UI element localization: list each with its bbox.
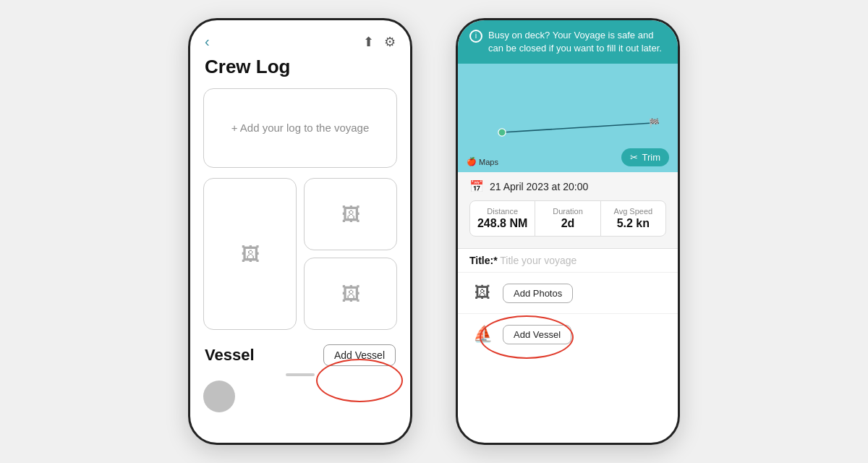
add-vessel-row: ⛵ Add Vessel	[458, 314, 678, 354]
add-log-text: + Add your log to the voyage	[231, 120, 370, 137]
notification-bar: i Busy on deck? Your Voyage is safe and …	[458, 20, 678, 64]
photo-cell-top-right[interactable]: 🖼	[304, 178, 397, 250]
add-vessel-button-right[interactable]: Add Vessel	[503, 325, 571, 344]
svg-point-1	[498, 129, 506, 136]
left-header: ‹ ⬆ ⚙	[190, 20, 410, 56]
vessel-row: Vessel Add Vessel	[190, 340, 410, 373]
date-row: 📅 21 April 2023 at 20:00	[469, 179, 666, 193]
left-phone: ‹ ⬆ ⚙ Crew Log + Add your log to the voy…	[188, 18, 412, 445]
photo-grid: 🖼 🖼 🖼	[203, 178, 397, 330]
scissors-icon: ✂	[630, 152, 638, 163]
back-icon[interactable]: ‹	[205, 33, 210, 50]
add-log-button[interactable]: + Add your log to the voyage	[203, 88, 397, 168]
svg-line-0	[502, 124, 650, 133]
duration-value: 2d	[541, 217, 594, 230]
boat-icon: ⛵	[469, 321, 495, 347]
photo-cell-bottom-right[interactable]: 🖼	[304, 258, 397, 330]
right-phone: i Busy on deck? Your Voyage is safe and …	[456, 18, 680, 445]
maps-text: Maps	[479, 158, 498, 166]
trim-label: Trim	[642, 152, 660, 163]
share-icon[interactable]: ⬆	[363, 34, 374, 50]
title-label: Title:*	[469, 255, 498, 266]
distance-label: Distance	[476, 207, 529, 216]
photo-placeholder-icon-3: 🖼	[341, 283, 360, 305]
info-icon: i	[469, 30, 482, 43]
notification-text: Busy on deck? Your Voyage is safe and ca…	[488, 29, 666, 55]
trim-button[interactable]: ✂ Trim	[621, 148, 669, 166]
header-icons: ⬆ ⚙	[363, 34, 396, 50]
photo-placeholder-icon: 🖼	[241, 243, 260, 266]
title-row[interactable]: Title:* Title your voyage	[458, 249, 678, 273]
distance-value: 248.8 NM	[476, 217, 529, 230]
stat-distance: Distance 248.8 NM	[470, 201, 535, 236]
page-title: Crew Log	[190, 56, 410, 88]
scroll-indicator	[286, 373, 315, 376]
avatar	[203, 381, 235, 412]
map-area: 🏁 🍎 Maps ✂ Trim	[458, 64, 678, 172]
add-vessel-button[interactable]: Add Vessel	[323, 344, 396, 366]
title-placeholder-text: Title your voyage	[500, 255, 576, 266]
settings-icon[interactable]: ⚙	[384, 34, 396, 50]
duration-label: Duration	[541, 207, 594, 216]
apple-icon: 🍎	[467, 157, 477, 166]
calendar-icon: 📅	[469, 179, 484, 193]
speed-value: 5.2 kn	[607, 217, 660, 230]
date-text: 21 April 2023 at 20:00	[490, 181, 588, 192]
voyage-info: 📅 21 April 2023 at 20:00 Distance 248.8 …	[458, 172, 678, 249]
stat-duration: Duration 2d	[535, 201, 600, 236]
maps-label: 🍎 Maps	[467, 157, 498, 166]
photo-cell-large[interactable]: 🖼	[203, 178, 297, 330]
stats-row: Distance 248.8 NM Duration 2d Avg Speed …	[469, 200, 666, 237]
svg-text:🏁: 🏁	[648, 118, 659, 129]
add-photos-row: 🖼 Add Photos	[458, 273, 678, 314]
stat-speed: Avg Speed 5.2 kn	[601, 201, 665, 236]
vessel-label: Vessel	[205, 346, 255, 365]
route-line: 🏁	[502, 118, 656, 150]
avatar-area	[190, 381, 410, 412]
photo-placeholder-icon-2: 🖼	[341, 203, 360, 226]
add-photo-icon: 🖼	[469, 280, 495, 306]
speed-label: Avg Speed	[607, 207, 660, 216]
add-photos-button[interactable]: Add Photos	[503, 284, 573, 303]
